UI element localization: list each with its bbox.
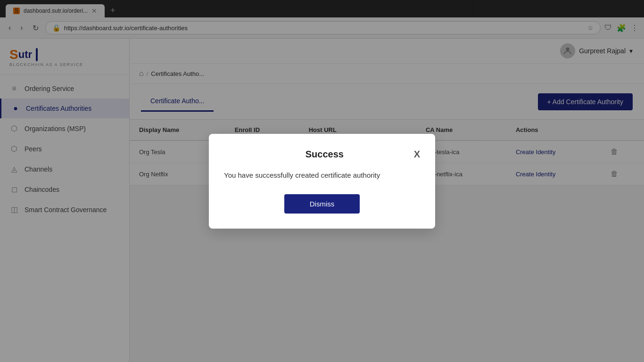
modal-body: You have successfully created certificat… bbox=[224, 171, 420, 179]
modal-footer: Dismiss bbox=[224, 194, 420, 214]
modal-close-button[interactable]: X bbox=[414, 149, 420, 160]
modal-header: Success X bbox=[224, 149, 420, 160]
modal-title: Success bbox=[235, 149, 414, 160]
dismiss-button[interactable]: Dismiss bbox=[284, 194, 360, 214]
success-modal: Success X You have successfully created … bbox=[209, 134, 435, 229]
modal-overlay: Success X You have successfully created … bbox=[0, 0, 644, 362]
